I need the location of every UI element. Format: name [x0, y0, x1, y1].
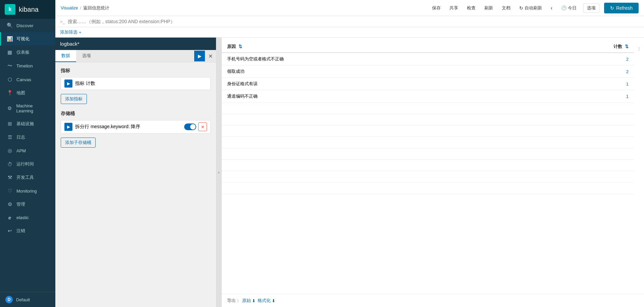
sort-reason-icon[interactable]: ⇅: [238, 44, 242, 49]
sidebar-item-logs[interactable]: ☰ 日志: [0, 131, 55, 144]
bucket-label: 拆分行 message.keyword: 降序: [75, 124, 141, 130]
cell-reason: 手机号码为空或者格式不正确: [222, 53, 520, 65]
tab-data[interactable]: 数据: [55, 50, 76, 62]
cell-empty: [222, 137, 520, 148]
metric-expand-icon[interactable]: ▶: [64, 80, 72, 88]
docs-button[interactable]: 文档: [500, 4, 513, 12]
cancel-icon: ↩: [6, 228, 13, 234]
sidebar-item-maps-label: 地图: [16, 90, 25, 96]
breadcrumb-separator: /: [80, 5, 82, 10]
save-button[interactable]: 保存: [430, 4, 443, 12]
toggle-button[interactable]: [184, 123, 196, 130]
sidebar-item-apm[interactable]: ◎ APM: [0, 144, 55, 157]
metrics-title: 指标: [61, 68, 211, 74]
run-button[interactable]: ▶: [194, 51, 205, 61]
cell-empty-count: [520, 171, 634, 183]
logo-text: kibana: [19, 6, 39, 13]
cell-count: 1: [520, 78, 634, 90]
chevron-left-icon: ‹: [218, 170, 220, 175]
cell-empty-count: [520, 137, 634, 148]
buckets-title: 存储桶: [61, 111, 211, 117]
sidebar-item-elastic-label: elastic: [16, 215, 29, 220]
sidebar-item-uptime[interactable]: ⏱ 运行时间: [0, 157, 55, 171]
data-table-container: 原因 ⇅ 计数 ⇅ 手机号码为空或者格式不正: [222, 38, 644, 294]
plus-icon: +: [79, 30, 82, 35]
panel-body: 指标 ▶ 指标 计数 添加指标 存储桶 ▶ 拆分行 message.keywor…: [55, 62, 216, 307]
add-filter-button[interactable]: 添加筛选 +: [60, 29, 82, 35]
export-formatted-link[interactable]: 格式化 ⬇: [258, 298, 275, 304]
sort-count-icon[interactable]: ⇅: [625, 44, 629, 49]
content-area: logback* 数据 选项 ▶ ✕ 指标 ▶: [55, 38, 644, 307]
cell-reason: 领取成功: [222, 65, 520, 78]
sidebar-item-discover[interactable]: 🔍 Discover: [0, 19, 55, 32]
sidebar-item-management[interactable]: ⚙ 管理: [0, 198, 55, 211]
logo: k kibana: [0, 0, 55, 19]
table-row: 身份证格式有误1: [222, 78, 634, 90]
refresh-btn-icon: ↻: [610, 5, 614, 11]
inspect-button[interactable]: 检查: [465, 4, 478, 12]
username-label: Default: [16, 297, 30, 302]
cell-empty-count: [520, 114, 634, 125]
add-metric-button[interactable]: 添加指标: [61, 94, 87, 104]
sidebar-item-ml[interactable]: ⚙ Machine Learning: [0, 100, 55, 117]
share-button[interactable]: 共享: [447, 4, 460, 12]
table-row-empty: [222, 171, 634, 183]
sidebar-item-monitoring[interactable]: ♡ Monitoring: [0, 184, 55, 198]
table-row: 手机号码为空或者格式不正确2: [222, 53, 634, 65]
cell-empty: [222, 183, 520, 194]
options-button[interactable]: 选项: [583, 3, 599, 13]
panel-header: logback*: [55, 38, 216, 50]
monitoring-icon: ♡: [6, 188, 13, 194]
search-input[interactable]: [68, 19, 639, 24]
maps-icon: 📍: [6, 90, 13, 96]
cell-empty-count: [520, 125, 634, 137]
breadcrumb-visualize-link[interactable]: Visualize: [61, 5, 78, 10]
sidebar: k kibana 🔍 Discover 📊 可视化 ▦ 仪表板 〜 Timeli…: [0, 0, 55, 307]
sidebar-item-visualize[interactable]: 📊 可视化: [0, 32, 55, 46]
table-row-empty: [222, 103, 634, 114]
nav-prev-button[interactable]: ‹: [549, 4, 554, 12]
sidebar-item-elastic[interactable]: e elastic: [0, 211, 55, 224]
sidebar-item-dashboard[interactable]: ▦ 仪表板: [0, 46, 55, 59]
refresh-text-button[interactable]: 刷新: [482, 4, 495, 12]
today-button[interactable]: 🕐 今日: [559, 4, 579, 12]
searchbar: >_: [55, 16, 644, 27]
sidebar-item-devtools[interactable]: ⚒ 开发工具: [0, 171, 55, 184]
export-raw-link[interactable]: 原始 ⬇: [242, 298, 256, 304]
close-panel-button[interactable]: ✕: [205, 53, 216, 59]
sidebar-item-maps[interactable]: 📍 地图: [0, 86, 55, 100]
auto-refresh-button[interactable]: ↻ 自动刷新: [517, 4, 544, 12]
add-bucket-button[interactable]: 添加子存储桶: [61, 138, 96, 148]
tab-options[interactable]: 选项: [76, 50, 97, 62]
cell-empty-count: [520, 183, 634, 194]
management-icon: ⚙: [6, 201, 13, 207]
cell-count: 2: [520, 53, 634, 65]
user-menu[interactable]: D Default: [0, 292, 55, 307]
cell-empty: [222, 148, 520, 160]
sidebar-item-canvas[interactable]: ⬡ Canvas: [0, 73, 55, 86]
panel-title: logback*: [60, 41, 79, 47]
cell-empty: [222, 125, 520, 137]
user-avatar: D: [5, 296, 13, 303]
sidebar-item-canvas-label: Canvas: [16, 77, 31, 82]
apm-icon: ◎: [6, 148, 13, 154]
bucket-section: 存储桶 ▶ 拆分行 message.keyword: 降序 ✕: [61, 111, 211, 148]
bucket-item: ▶ 拆分行 message.keyword: 降序 ✕: [61, 120, 211, 134]
cell-empty: [222, 160, 520, 171]
bucket-expand-icon[interactable]: ▶: [64, 123, 72, 131]
panel-tab-actions: ▶ ✕: [194, 50, 216, 62]
sidebar-item-timelion[interactable]: 〜 Timelion: [0, 59, 55, 73]
sidebar-item-cancel[interactable]: ↩ 注销: [0, 224, 55, 238]
table-row-empty: [222, 137, 634, 148]
collapse-handle[interactable]: ‹: [216, 38, 222, 307]
cell-empty-count: [520, 103, 634, 114]
export-label: 导出：: [227, 298, 240, 304]
infra-icon: ⊞: [6, 121, 13, 127]
delete-bucket-button[interactable]: ✕: [198, 122, 207, 131]
table-row-empty: [222, 125, 634, 137]
dots-menu[interactable]: ⋮: [634, 41, 644, 57]
sidebar-item-infra[interactable]: ⊞ 基础设施: [0, 117, 55, 131]
breadcrumb: Visualize / 返回信息统计: [61, 5, 109, 11]
sidebar-item-logs-label: 日志: [16, 134, 25, 140]
refresh-button[interactable]: ↻ Refresh: [604, 3, 639, 13]
